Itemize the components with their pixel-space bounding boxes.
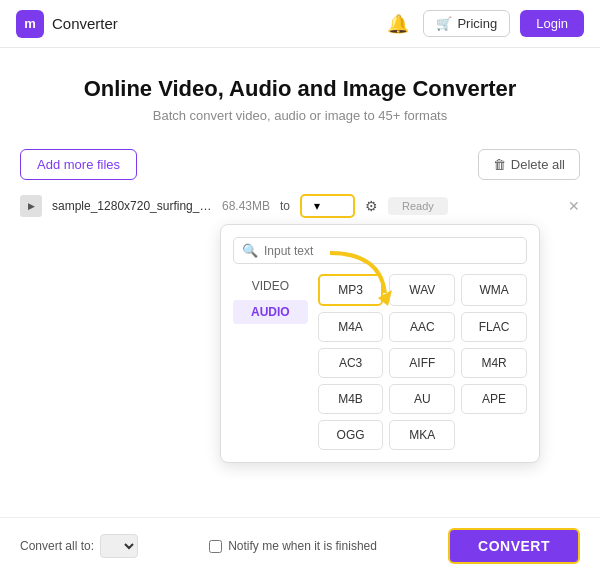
convert-all-label: Convert all to: bbox=[20, 539, 94, 553]
format-wma[interactable]: WMA bbox=[461, 274, 527, 306]
search-row: 🔍 bbox=[233, 237, 527, 264]
format-au[interactable]: AU bbox=[389, 384, 455, 414]
notify-label: Notify me when it is finished bbox=[228, 539, 377, 553]
main-content: ▶ sample_1280x720_surfing_with_a... 68.4… bbox=[0, 188, 600, 224]
format-flac[interactable]: FLAC bbox=[461, 312, 527, 342]
cart-icon: 🛒 bbox=[436, 16, 452, 31]
tab-video[interactable]: VIDEO bbox=[233, 274, 308, 298]
format-grid: MP3 WAV WMA M4A AAC FLAC AC3 AIFF M4R M4… bbox=[318, 274, 527, 450]
file-type-icon: ▶ bbox=[20, 195, 42, 217]
app-title: Converter bbox=[52, 15, 118, 32]
convert-all-select[interactable] bbox=[100, 534, 138, 558]
format-m4b[interactable]: M4B bbox=[318, 384, 384, 414]
format-ogg[interactable]: OGG bbox=[318, 420, 384, 450]
format-dropdown[interactable]: ▾ bbox=[300, 194, 355, 218]
file-name: sample_1280x720_surfing_with_a... bbox=[52, 199, 212, 213]
format-m4a[interactable]: M4A bbox=[318, 312, 384, 342]
header-left: m Converter bbox=[16, 10, 118, 38]
notify-section: Notify me when it is finished bbox=[209, 539, 377, 553]
search-icon: 🔍 bbox=[242, 243, 258, 258]
hero-subtitle: Batch convert video, audio or image to 4… bbox=[16, 108, 584, 123]
category-tabs: VIDEO AUDIO bbox=[233, 274, 308, 450]
header: m Converter 🔔 🛒 Pricing Login bbox=[0, 0, 600, 48]
pricing-label: Pricing bbox=[457, 16, 497, 31]
trash-icon: 🗑 bbox=[493, 157, 506, 172]
file-size: 68.43MB bbox=[222, 199, 270, 213]
format-aiff[interactable]: AIFF bbox=[389, 348, 455, 378]
notification-button[interactable]: 🔔 bbox=[383, 9, 413, 39]
convert-all-section: Convert all to: bbox=[20, 534, 138, 558]
login-button[interactable]: Login bbox=[520, 10, 584, 37]
format-mka[interactable]: MKA bbox=[389, 420, 455, 450]
format-dropdown-panel: 🔍 VIDEO AUDIO MP3 WAV WMA M4A AAC FLAC A… bbox=[220, 224, 540, 463]
bottom-bar: Convert all to: Notify me when it is fin… bbox=[0, 517, 600, 574]
remove-file-button[interactable]: ✕ bbox=[568, 198, 580, 214]
add-files-button[interactable]: Add more files bbox=[20, 149, 137, 180]
format-ac3[interactable]: AC3 bbox=[318, 348, 384, 378]
format-search-input[interactable] bbox=[264, 244, 518, 258]
tab-audio[interactable]: AUDIO bbox=[233, 300, 308, 324]
chevron-down-icon: ▾ bbox=[314, 199, 320, 213]
status-badge: Ready bbox=[388, 197, 448, 215]
format-mp3[interactable]: MP3 bbox=[318, 274, 384, 306]
notify-checkbox[interactable] bbox=[209, 540, 222, 553]
format-aac[interactable]: AAC bbox=[389, 312, 455, 342]
delete-all-button[interactable]: 🗑 Delete all bbox=[478, 149, 580, 180]
hero-section: Online Video, Audio and Image Converter … bbox=[0, 48, 600, 141]
format-m4r[interactable]: M4R bbox=[461, 348, 527, 378]
hero-title: Online Video, Audio and Image Converter bbox=[16, 76, 584, 102]
file-row: ▶ sample_1280x720_surfing_with_a... 68.4… bbox=[0, 188, 600, 224]
pricing-button[interactable]: 🛒 Pricing bbox=[423, 10, 510, 37]
settings-button[interactable]: ⚙ bbox=[365, 198, 378, 214]
format-ape[interactable]: APE bbox=[461, 384, 527, 414]
format-wav[interactable]: WAV bbox=[389, 274, 455, 306]
to-label: to bbox=[280, 199, 290, 213]
logo-icon: m bbox=[16, 10, 44, 38]
delete-all-label: Delete all bbox=[511, 157, 565, 172]
toolbar: Add more files 🗑 Delete all bbox=[0, 141, 600, 188]
header-right: 🔔 🛒 Pricing Login bbox=[383, 9, 584, 39]
convert-button[interactable]: CONVERT bbox=[448, 528, 580, 564]
